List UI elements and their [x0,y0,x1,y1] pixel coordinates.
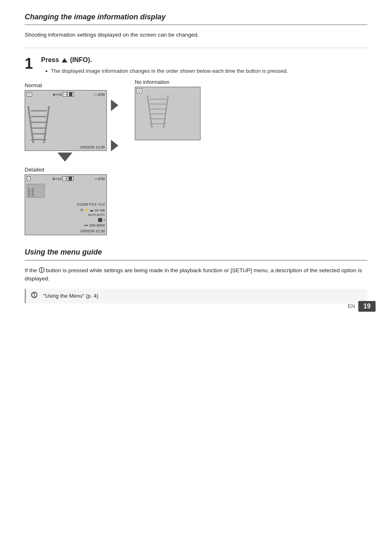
left-screens-col: Normal ⊡ ⊕×10 ▪ ⬛ □ 4/30 [25,79,107,235]
step1-title-button: (INFO). [70,56,92,63]
detailed-top-center: ⊕×10 ▪ ⬛ [52,176,74,181]
page-number: 19 [358,301,376,312]
detailed-info-line6: '10/02/26 12:30 [27,229,105,234]
detailed-screen: ▪ ⊕×10 ▪ ⬛ ▪ 4/30 [25,174,107,235]
detailed-thumb [27,184,45,198]
detailed-top-bar: ▪ ⊕×10 ▪ ⬛ ▪ 4/30 [27,176,105,181]
rung4 [31,127,46,129]
note-text: "Using the Menu" (p. 4) [43,292,98,300]
normal-bottom-bar: '10/02/26 12:30 [27,145,105,149]
detailed-info-overlay: 1/1000 F3.5 +2.0 P ⚡ ☁ ISO WB AUTO AUTO … [27,202,105,234]
normal-top-center: ⊕×10 ▪ ⬛ [53,92,74,97]
arrow-right-icon [111,100,118,111]
detailed-icon2: ⬛ [67,176,74,181]
arrow-normal-to-detailed [58,153,72,162]
step1-bullet: The displayed image information changes … [45,67,367,75]
detailed-info-line2: P ⚡ ☁ ISO WB [27,208,105,213]
no-info-ladder [148,95,168,128]
detailed-count: ▪ 4/30 [95,177,105,181]
rung3 [31,122,46,123]
step1-title: Press (INFO). [41,56,367,64]
section2-body: If the ⓘ button is pressed while setting… [25,266,367,283]
detailed-info-line5: ▪▪▪ 100-0004 [27,223,105,229]
note-icon: ⓵ [31,292,39,299]
detailed-top-right: ▪ 4/30 [95,177,105,181]
arrow-to-no-info [111,100,118,111]
rung5 [31,133,46,134]
note-block: ⓵ "Using the Menu" (p. 4) [25,289,367,303]
detailed-info-line1: 1/1000 F3.5 +2.0 [27,202,105,208]
detailed-info-lines: 1/1000 F3.5 +2.0 P ⚡ ☁ ISO WB AUTO AUTO … [27,202,105,234]
section1-intro: Shooting information settings displayed … [25,31,367,39]
page-footer: EN 19 [348,301,376,312]
arrow-from-no-info [111,140,118,151]
page-container: Changing the image information display S… [0,0,392,320]
no-info-screen: ⊡ [135,87,201,140]
ladder-rail-right [43,106,50,143]
divider-1 [25,48,367,48]
right-screens-col: No information ⊡ [135,79,201,140]
section2-heading: Using the menu guide [25,248,367,260]
info-button-icon: ⓘ [39,267,44,273]
ladder-rail-left [28,106,35,143]
rung1 [31,110,46,111]
detailed-label: Detailed [25,167,44,173]
detailed-icon-card: ▪ [27,176,30,181]
page-en-label: EN [348,303,355,309]
normal-ladder [28,106,49,143]
screenshots-area: Normal ⊡ ⊕×10 ▪ ⬛ □ 4/30 [25,79,367,235]
normal-icon-card: ⊡ [27,92,32,97]
normal-top-right: □ 4/30 [95,93,105,97]
normal-label: Normal [25,82,42,88]
normal-screen: ⊡ ⊕×10 ▪ ⬛ □ 4/30 [25,90,107,151]
no-info-label: No information [135,79,170,85]
section1-heading: Changing the image information display [25,12,367,25]
section2-body-text: button is pressed while settings are bei… [25,267,362,282]
mid-arrows-col [107,100,122,151]
section2: Using the menu guide If the ⓘ button is … [25,248,367,303]
no-info-corner-icon: ⊡ [136,88,142,93]
step1-block: 1 Press (INFO). The displayed image info… [25,56,367,75]
normal-top-bar: ⊡ ⊕×10 ▪ ⬛ □ 4/30 [27,92,105,97]
normal-count: □ 4/30 [95,93,105,97]
detailed-center-text: ⊕×10 [52,177,62,181]
triangle-icon [62,58,67,63]
step1-content: Press (INFO). The displayed image inform… [41,56,367,75]
normal-icon2: ⬛ [67,92,74,97]
detailed-info-line3: AUTO AUTO [27,213,105,218]
step1-title-press: Press [41,56,59,63]
arrow-right-icon2 [111,140,118,151]
normal-center-text: ⊕×10 [53,93,62,97]
normal-date: '10/02/26 12:30 [79,145,105,149]
rung6 [31,139,46,140]
rung2 [31,116,46,117]
detailed-top-left: ▪ [27,176,30,181]
normal-icon1: ▪ [63,92,67,97]
detailed-icon1: ▪ [62,176,66,181]
detailed-info-line4: ⬛ ▪ [27,218,105,223]
normal-top-left-icons: ⊡ [27,92,32,97]
step1-number: 1 [25,56,36,71]
